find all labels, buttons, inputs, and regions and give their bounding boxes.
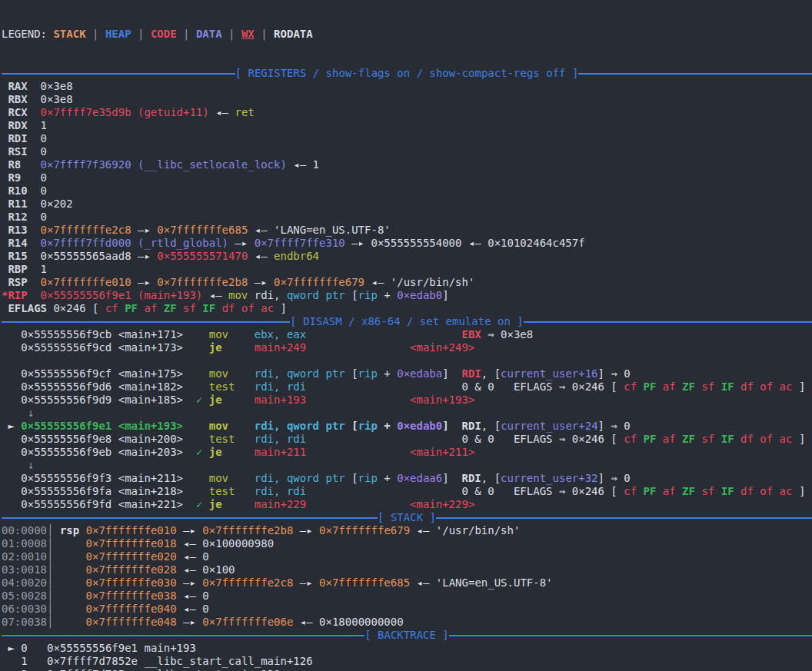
text-token: sf	[701, 485, 714, 497]
text-token: 0×55555556f9cb <main+171>	[2, 328, 209, 340]
text-token: R9	[2, 171, 41, 184]
text-token: af	[144, 302, 157, 314]
text-token: 1	[41, 119, 47, 131]
text-token	[637, 485, 643, 497]
text-token: 1	[313, 158, 319, 171]
text-token	[53, 524, 59, 536]
text-token: ◂—	[177, 603, 203, 615]
text-token	[235, 302, 241, 314]
text-token: 02:0010	[2, 550, 47, 563]
text-token: test	[209, 485, 255, 497]
text-token: R10	[2, 184, 41, 197]
text-token: PF	[644, 380, 657, 393]
stack-line: 03:0018│ 0×7fffffffe028 ◂— 0×100	[2, 563, 812, 576]
text-token: RAX	[2, 80, 41, 92]
stack-line: 05:0028│ 0×7fffffffe038 ◂— 0	[2, 590, 812, 603]
text-token: sf	[701, 380, 714, 393]
text-token: af	[663, 433, 676, 445]
text-token: +	[378, 472, 397, 484]
text-token: 0×7fffffffe2c8	[41, 224, 131, 236]
text-token: 0×7fffffffe030	[86, 576, 177, 589]
text-token	[53, 576, 85, 589]
text-token: ◂—	[461, 237, 488, 249]
text-token: 0×100	[202, 563, 235, 576]
text-token: [	[345, 289, 358, 301]
text-token: 0	[41, 184, 47, 197]
text-token: 0	[41, 145, 47, 158]
text-token: 0×edab0	[397, 420, 442, 432]
text-token: ac	[780, 485, 793, 497]
disasm-line: 0×55555556f9cb <main+171> mov ebx, eax E…	[2, 328, 812, 341]
text-token	[637, 433, 643, 445]
text-token: rsp	[60, 524, 79, 536]
text-token: main+249	[255, 341, 306, 354]
text-token	[53, 590, 85, 602]
text-token: 0×edaba	[397, 367, 442, 380]
text-token: ◂—	[410, 576, 436, 589]
text-token	[734, 433, 740, 445]
text-token: , [	[481, 420, 501, 432]
text-token: je	[209, 446, 255, 458]
text-token: —▸	[177, 576, 203, 589]
text-token: ◂—	[293, 616, 319, 628]
section-header-disasm: [ DISASM / x86-64 / set emulate on ]	[2, 315, 812, 328]
text-token: ◂—	[248, 250, 274, 262]
text-token: ↓	[2, 407, 34, 419]
text-token: 0×7fffffffe2c8	[202, 576, 293, 589]
text-token: RDI	[462, 472, 481, 484]
text-token: of	[760, 433, 773, 445]
text-token	[255, 302, 261, 314]
text-token: STACK	[53, 28, 85, 40]
registers-line: RSI 0	[2, 145, 812, 158]
text-token	[656, 433, 662, 445]
text-token: ◂—	[248, 224, 274, 236]
text-token	[306, 485, 461, 497]
horizontal-rule	[449, 635, 812, 636]
text-token: R15	[2, 250, 41, 262]
text-token	[676, 380, 682, 393]
registers-line: EFLAGS 0×246 [ cf PF af ZF sf IF df of a…	[2, 302, 812, 315]
text-token: 0×55555556f9eb <main+203>	[2, 446, 196, 458]
text-token: ◂—	[410, 524, 436, 536]
text-token: 0 & 0	[461, 433, 494, 445]
text-token: 01:0008	[2, 537, 47, 550]
text-token: ]	[442, 420, 448, 432]
text-token: ret	[235, 106, 254, 118]
text-token: +	[378, 420, 397, 432]
registers-line: R12 0	[2, 211, 812, 224]
text-token	[53, 563, 85, 576]
text-token	[53, 537, 85, 550]
text-token	[449, 420, 462, 432]
text-token	[494, 485, 514, 497]
stack-line: 02:0010│ 0×7fffffffe020 ◂— 0	[2, 550, 812, 563]
text-token: ◂—	[177, 537, 203, 550]
text-token: cf	[624, 485, 637, 497]
text-token: R13	[2, 224, 41, 236]
registers-line: *RIP 0×55555556f9e1 (main+193) ◂— mov rd…	[2, 289, 812, 302]
text-token: 0×55555556f9cd <main+173>	[2, 341, 209, 354]
text-token: <main+193>	[410, 394, 474, 406]
text-token	[714, 485, 720, 497]
section-title-stack: [ STACK ]	[378, 511, 436, 524]
text-token: —▸	[131, 276, 158, 288]
text-token: —▸	[248, 276, 274, 288]
text-token: of	[760, 380, 773, 393]
registers-line: R9 0	[2, 171, 812, 184]
text-token	[656, 485, 662, 497]
text-token: 0×7ffff7f36920 (__libc_setlocale_lock)	[41, 158, 287, 171]
horizontal-rule	[2, 73, 235, 75]
text-token: rdi, qword ptr	[255, 420, 351, 432]
text-token: 0×246 [	[53, 302, 105, 314]
text-token: 05:0028	[2, 590, 47, 602]
text-token	[773, 380, 779, 393]
disasm-line: 0×55555556f9e8 <main+200> test rdi, rdi …	[2, 433, 812, 446]
disasm-line: ↓	[2, 407, 812, 420]
text-token: 0×7fffffffe010	[86, 524, 177, 536]
text-token	[773, 485, 779, 497]
text-token: 0×18000000000	[319, 616, 404, 628]
horizontal-rule	[2, 635, 364, 636]
text-token: HEAP	[105, 28, 131, 40]
text-token: mov	[209, 472, 255, 484]
disasm-line: 0×55555556f9d9 <main+185> ✓ je main+193 …	[2, 394, 812, 407]
text-token: IF	[721, 485, 734, 497]
